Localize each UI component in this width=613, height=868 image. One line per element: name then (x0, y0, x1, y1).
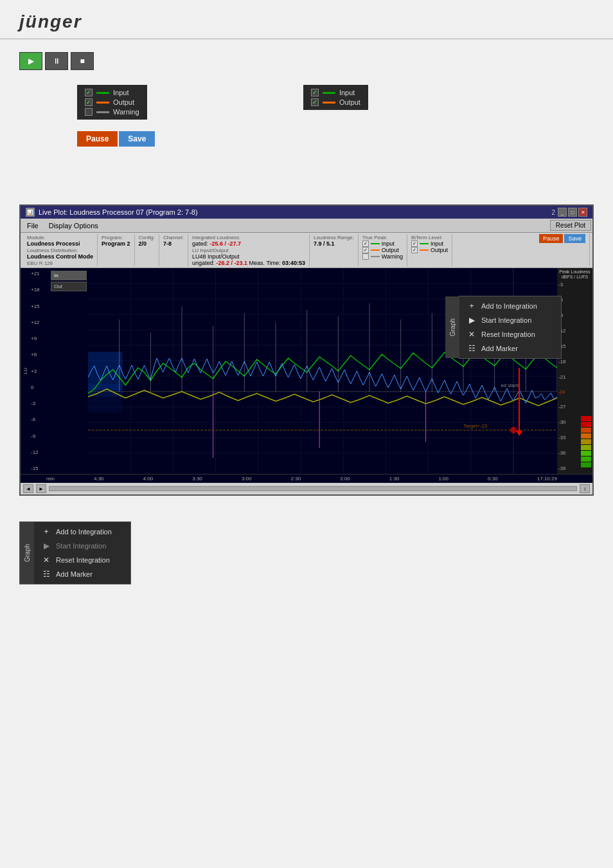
scroll-right-btn[interactable]: ► (36, 484, 46, 493)
zoom-btn[interactable]: ↕ (580, 484, 590, 493)
x-030: 0:30 (488, 476, 498, 482)
loudness-range-val: 7.9 / 5.1 (314, 240, 354, 247)
reset-integration-label-bottom: Reset Integration (56, 556, 110, 564)
bt-output-label: Output (431, 247, 448, 253)
y-label-9: +9 (31, 336, 48, 341)
add-icon-top: + (467, 302, 476, 311)
loudness-dist-val: Loudness Control Mode (27, 253, 93, 260)
context-menu-list-bottom: + Add to Integration ▶ Start Integration… (34, 522, 130, 584)
add-icon-bottom: + (42, 527, 51, 536)
legend-warning-1[interactable]: Warning (85, 108, 139, 116)
legend-input-1[interactable]: Input (85, 89, 139, 96)
graph-label-top: Graph (445, 296, 459, 358)
stop-icon: ■ (80, 57, 84, 66)
add-integration-bottom[interactable]: + Add to Integration (34, 525, 130, 539)
svg-text:ed starts: ed starts (501, 383, 520, 388)
display-options-menu[interactable]: Display Options (44, 221, 103, 231)
svg-rect-27 (88, 352, 123, 365)
legend-group-2: Input Output (303, 85, 368, 110)
save-button[interactable]: Save (119, 131, 155, 147)
window-icon: 📊 (26, 208, 35, 217)
marker-icon-top: ☷ (467, 344, 476, 353)
warning-checkbox-1[interactable] (85, 108, 93, 116)
scroll-left-btn[interactable]: ◄ (23, 484, 33, 493)
input-label-2: Input (339, 89, 355, 96)
loudness-range-col: Loudness Range: 7.9 / 5.1 (310, 234, 359, 266)
x-130: 1:30 (389, 476, 400, 482)
x-400: 4:00 (143, 476, 154, 482)
vu-yellow-1 (581, 439, 591, 444)
plot-xaxis: min 4:30 4:00 3:30 3:00 2:30 2:00 1:30 1… (21, 474, 592, 483)
program-val: Program 2 (102, 240, 130, 247)
play-button[interactable]: ▶ (19, 52, 42, 70)
x-300: 3:00 (242, 476, 252, 482)
stop-button[interactable]: ■ (71, 52, 94, 70)
pause-button[interactable]: ⏸ (45, 52, 68, 70)
in-tab[interactable]: In (51, 271, 87, 280)
vu-green-2 (581, 457, 591, 462)
legend-group-1: Input Output Warning (77, 85, 147, 120)
vu-red-2 (581, 422, 591, 427)
vu-green-1 (581, 451, 591, 456)
start-icon-top: ▶ (467, 316, 476, 325)
ungate-val: -26.2 / -23.1 (216, 260, 247, 266)
biterm-output-check[interactable]: ✓ (411, 247, 418, 253)
add-integration-top[interactable]: + Add to Integration (459, 299, 561, 313)
plot-save-btn[interactable]: Save (564, 234, 585, 243)
legend-output-2[interactable]: Output (311, 98, 360, 106)
true-peak-warning-check[interactable] (362, 253, 369, 260)
svg-rect-29 (88, 393, 123, 413)
out-tab[interactable]: Out (51, 282, 87, 291)
x-230: 2:30 (291, 476, 301, 482)
warning-colorbar-1 (96, 111, 109, 113)
x-330: 3:30 (192, 476, 202, 482)
y-label-6: +6 (31, 352, 48, 357)
legend-output-1[interactable]: Output (85, 98, 139, 106)
meas-val: 03:40:53 (282, 260, 305, 266)
y-label-0: 0 (31, 384, 48, 390)
input-checkbox-1[interactable] (85, 89, 93, 96)
add-marker-top[interactable]: ☷ Add Marker (459, 341, 561, 356)
y-label-n3: -3 (31, 401, 48, 406)
int-loudness-col: Integrated Loudness: gated: -25.6 / -27.… (188, 234, 310, 266)
legend-input-2[interactable]: Input (311, 89, 360, 96)
plot-pause-btn[interactable]: Pause (539, 234, 564, 243)
y-label-n6: -6 (31, 417, 48, 422)
add-integration-label-top: Add to Integration (481, 302, 537, 310)
reset-integration-top[interactable]: ✕ Reset Integration (459, 327, 561, 341)
close-button[interactable]: ✕ (578, 208, 587, 217)
output-colorbar-2 (323, 102, 335, 104)
maximize-button[interactable]: □ (568, 208, 577, 217)
context-menu-top: Graph + Add to Integration ▶ Start Integ… (459, 296, 562, 359)
reset-integration-bottom[interactable]: ✕ Reset Integration (34, 553, 130, 567)
pause-action-button[interactable]: Pause (77, 131, 118, 147)
tp-input-label: Input (382, 240, 395, 247)
red-arrow (519, 368, 520, 432)
output-checkbox-2[interactable] (311, 98, 319, 106)
module-info-bar: Module: Loudness Processi Loudness Distr… (21, 233, 592, 268)
file-menu[interactable]: File (22, 221, 44, 231)
output-checkbox-1[interactable] (85, 98, 93, 106)
start-integration-label-bottom: Start Integration (56, 542, 106, 550)
true-peak-input-check[interactable]: ✓ (362, 240, 369, 247)
module-col: Module: Loudness Processi Loudness Distr… (23, 234, 98, 266)
reset-icon-top: ✕ (467, 330, 476, 339)
add-marker-bottom[interactable]: ☷ Add Marker (34, 567, 130, 581)
window-titlebar: 📊 Live Plot: Loudness Processor 07 (Prog… (21, 206, 592, 219)
y-label-21: +21 (31, 271, 48, 276)
minimize-button[interactable]: _ (558, 208, 567, 217)
meas-label: Meas. Time: (249, 260, 283, 266)
true-peak-output-check[interactable]: ✓ (362, 247, 369, 253)
reset-icon-bottom: ✕ (42, 556, 51, 565)
vu-red-1 (581, 416, 591, 421)
input-label-1: Input (113, 89, 129, 96)
output-label-1: Output (113, 98, 134, 106)
scroll-bar[interactable] (49, 486, 577, 491)
vu-meter (581, 287, 591, 467)
x-100: 1:00 (438, 476, 449, 482)
start-integration-top[interactable]: ▶ Start Integration (459, 313, 561, 327)
biterm-input-check[interactable]: ✓ (411, 240, 418, 247)
input-checkbox-2[interactable] (311, 89, 319, 96)
input-colorbar-1 (96, 92, 109, 94)
reset-plot-button[interactable]: Reset Plot (550, 220, 591, 231)
